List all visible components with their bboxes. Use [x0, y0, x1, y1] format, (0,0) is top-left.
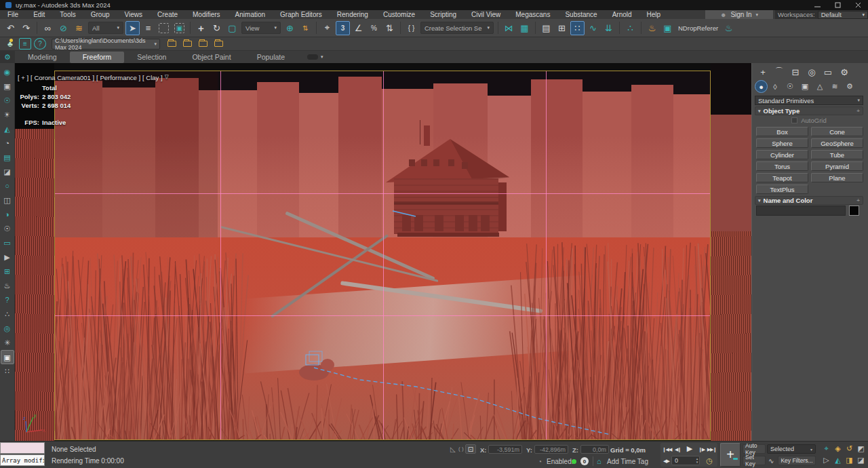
- gauge-icon[interactable]: ◔: [538, 458, 542, 465]
- folder-settings-icon[interactable]: [214, 41, 223, 47]
- corona-tool-icon[interactable]: ◎: [1, 321, 14, 336]
- corona-tool-icon[interactable]: ☉: [1, 94, 14, 108]
- corona-tool-icon[interactable]: ◑: [1, 208, 14, 222]
- menu-item[interactable]: File: [0, 11, 26, 18]
- corona-tool-icon[interactable]: ▭: [1, 236, 14, 250]
- autogrid-checkbox[interactable]: [791, 117, 797, 123]
- primitive-button[interactable]: Cylinder: [756, 150, 808, 159]
- coord-system-dropdown[interactable]: View ▾: [241, 22, 281, 34]
- ribbon-launcher-icon[interactable]: ⚙: [0, 51, 15, 63]
- keyable-curves-icon[interactable]: ∿: [768, 457, 774, 465]
- corona-tool-icon[interactable]: ◉: [1, 65, 14, 79]
- menu-item[interactable]: Civil View: [464, 11, 508, 18]
- primitive-category-dropdown[interactable]: Standard Primitives ▾: [755, 96, 863, 105]
- schematic-view-icon[interactable]: ∴: [623, 21, 637, 35]
- viewport-nav-icon[interactable]: ◨: [844, 454, 855, 466]
- folder-link-icon[interactable]: [199, 41, 208, 47]
- corona-tool-icon[interactable]: ☉: [1, 222, 14, 236]
- help-icon[interactable]: ?: [34, 38, 46, 50]
- use-pivot-center-icon[interactable]: ⊕: [283, 21, 297, 35]
- spinner-snap-icon[interactable]: ⇅: [382, 21, 397, 35]
- maximize-icon[interactable]: [827, 0, 848, 10]
- x-coord-field[interactable]: -3,591m: [488, 445, 522, 454]
- menu-item[interactable]: Create: [150, 11, 185, 18]
- select-rotate-icon[interactable]: ↻: [210, 21, 224, 35]
- corona-tool-icon[interactable]: ◫: [1, 193, 14, 208]
- render-setup-icon[interactable]: ♨: [645, 21, 659, 35]
- go-to-end-button[interactable]: ▶▶❙: [707, 444, 717, 454]
- primitive-button[interactable]: Sphere: [756, 138, 808, 148]
- curve-editor-icon[interactable]: ∿: [586, 21, 600, 35]
- pivot-flyout-icon[interactable]: ⇅: [298, 21, 313, 35]
- material-editor-icon[interactable]: ∷: [570, 21, 585, 35]
- ribbon-tab[interactable]: Freeform: [70, 52, 125, 63]
- maxscript-listener-line[interactable]: Array modifi: [0, 454, 45, 466]
- window-crossing-icon[interactable]: ▣: [174, 23, 184, 33]
- select-by-name-icon[interactable]: ≡: [141, 21, 155, 35]
- z-coord-field[interactable]: 0,0m: [580, 445, 609, 454]
- y-coord-field[interactable]: -42,896m: [534, 445, 568, 454]
- play-button[interactable]: ▶: [684, 444, 696, 454]
- folder-icon[interactable]: [167, 41, 176, 47]
- key-mode-toggle[interactable]: ◀▶: [662, 456, 671, 466]
- category-cameras-icon[interactable]: ▣: [797, 80, 812, 93]
- ribbon-tab[interactable]: Selection: [124, 52, 179, 63]
- viewport-nav-icon[interactable]: ◈: [832, 443, 844, 454]
- menu-item[interactable]: Arnold: [605, 11, 639, 18]
- viewport-menu-performance[interactable]: [ Performance ]: [96, 74, 140, 81]
- corona-tool-icon[interactable]: ⊞: [1, 265, 14, 279]
- selection-filter-dropdown[interactable]: All ▾: [88, 22, 123, 34]
- named-selection-sets-icon[interactable]: { }: [404, 21, 418, 35]
- tab-create-icon[interactable]: +: [755, 65, 771, 79]
- filter-funnel-icon[interactable]: ∇: [165, 74, 169, 81]
- ndrop-referer-label[interactable]: NDropReferer: [678, 24, 718, 32]
- corona-tool-icon[interactable]: ♨: [1, 279, 14, 293]
- menu-item[interactable]: Views: [117, 11, 151, 18]
- select-move-icon[interactable]: +: [194, 21, 208, 35]
- tab-modify-icon[interactable]: ⌒: [771, 65, 787, 79]
- selection-set-dropdown[interactable]: Selected ▾: [767, 444, 816, 454]
- time-tag-house-icon[interactable]: ⌂: [597, 457, 601, 465]
- viewport-nav-icon[interactable]: ↺: [844, 443, 855, 454]
- transform-typein-icon[interactable]: ⊡: [465, 444, 476, 454]
- folder-open-icon[interactable]: [183, 41, 192, 47]
- redo-icon[interactable]: ↷: [19, 21, 33, 35]
- menu-item[interactable]: Edit: [26, 11, 52, 18]
- primitive-button[interactable]: Cone: [811, 127, 863, 136]
- menu-item[interactable]: Rendering: [330, 11, 376, 18]
- angle-snap-icon[interactable]: ∠: [351, 21, 366, 35]
- primitive-button[interactable]: TextPlus: [756, 184, 808, 194]
- auto-key-button[interactable]: Auto Key: [743, 444, 766, 454]
- category-spacewarps-icon[interactable]: ≋: [827, 80, 842, 93]
- corona-tool-icon[interactable]: ∷: [1, 364, 14, 378]
- ribbon-tab[interactable]: Object Paint: [179, 52, 243, 63]
- previous-frame-button[interactable]: ◀❙: [673, 444, 682, 454]
- set-key-button[interactable]: Set Key: [743, 456, 766, 465]
- category-systems-icon[interactable]: ⚙: [842, 80, 857, 93]
- close-icon[interactable]: [848, 0, 868, 10]
- scene-explorer-icon[interactable]: ⊞: [555, 21, 569, 35]
- bind-spacewarp-icon[interactable]: ≋: [72, 21, 86, 35]
- listener-icon[interactable]: ≡: [19, 38, 31, 50]
- notification-count[interactable]: 0: [580, 457, 589, 465]
- select-object-icon[interactable]: ➤: [125, 21, 140, 35]
- tab-display-icon[interactable]: ▭: [820, 65, 836, 79]
- select-link-icon[interactable]: ∞: [41, 21, 55, 35]
- object-name-input[interactable]: [756, 206, 846, 216]
- corona-tool-icon[interactable]: ◪: [1, 165, 14, 179]
- category-lights-icon[interactable]: ☉: [783, 80, 797, 93]
- object-type-rollout[interactable]: ▾ Object Type +: [755, 106, 863, 115]
- tab-hierarchy-icon[interactable]: ⊟: [787, 65, 804, 79]
- primitive-button[interactable]: GeoSphere: [811, 138, 863, 148]
- viewport[interactable]: [ + ] [ Corona Camera001 ] [ Performance…: [15, 63, 751, 441]
- menu-item[interactable]: Scripting: [422, 11, 464, 18]
- corona-tool-icon[interactable]: ∴: [1, 307, 14, 321]
- offset-mode-icon[interactable]: ( ): [458, 446, 464, 452]
- minimize-icon[interactable]: [807, 0, 827, 10]
- corona-tool-icon[interactable]: ▶: [1, 250, 14, 265]
- ribbon-tab[interactable]: Populate: [244, 52, 298, 63]
- undo-icon[interactable]: ↶: [3, 21, 18, 35]
- corona-tool-icon[interactable]: ○: [1, 179, 14, 193]
- viewport-nav-icon[interactable]: ◪: [855, 454, 867, 466]
- viewport-menu-shading[interactable]: [ Clay ]: [142, 74, 163, 81]
